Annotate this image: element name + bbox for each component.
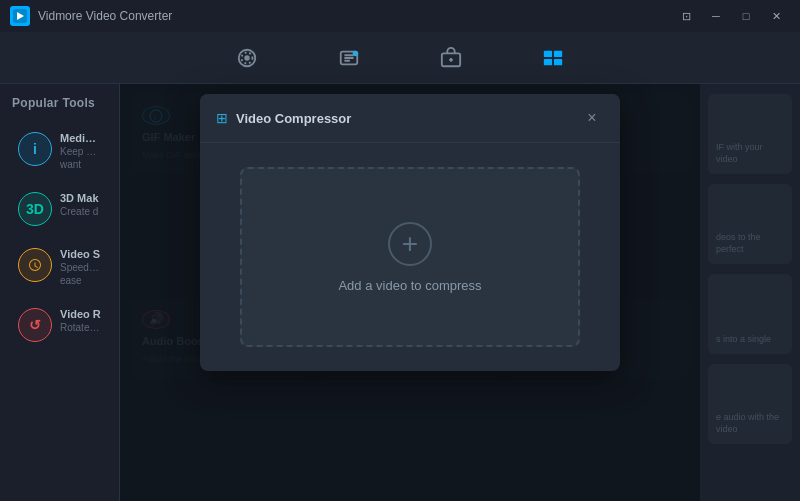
video-compressor-modal: ⊞ Video Compressor × + Add a video to co… (200, 94, 620, 371)
right-card-2: deos to the perfect (708, 184, 792, 264)
media-metadata-icon: i (18, 132, 52, 166)
close-button[interactable]: ✕ (762, 5, 790, 27)
window-controls: ⊡ ─ □ ✕ (672, 5, 790, 27)
drop-text: Add a video to compress (338, 278, 481, 293)
tab-toolbox2[interactable] (532, 41, 574, 75)
svg-rect-10 (544, 50, 552, 56)
sidebar-item-3d-maker[interactable]: 3D 3D Mak Create d (6, 182, 113, 236)
svg-rect-13 (554, 58, 562, 64)
sidebar: Popular Tools i Media M Keep on... want … (0, 84, 120, 501)
right-card-4: e audio with the video (708, 364, 792, 444)
titlebar: Vidmore Video Converter ⊡ ─ □ ✕ (0, 0, 800, 32)
sidebar-item-video-rotator[interactable]: ↺ Video R Rotate and flip the video as y… (6, 298, 113, 352)
modal-overlay: ⊞ Video Compressor × + Add a video to co… (120, 84, 700, 501)
modal-title: Video Compressor (236, 111, 351, 126)
video-rotator-name: Video R (60, 308, 101, 320)
compressor-icon: ⊞ (216, 110, 228, 126)
3d-maker-desc: Create d (60, 206, 101, 217)
maximize-button[interactable]: □ (732, 5, 760, 27)
video-rotator-icon: ↺ (18, 308, 52, 342)
tab-toolbox[interactable] (430, 41, 472, 75)
media-metadata-desc2: want (60, 159, 101, 170)
right-panel: IF with your video deos to the perfect s… (700, 84, 800, 501)
right-card-3-text: s into a single (716, 333, 771, 346)
media-metadata-desc: Keep on... (60, 146, 101, 157)
drop-plus-icon: + (388, 222, 432, 266)
media-metadata-name: Media M (60, 132, 101, 144)
minimize-button[interactable]: ─ (702, 5, 730, 27)
main-layout: Popular Tools i Media M Keep on... want … (0, 84, 800, 501)
modal-close-button[interactable]: × (580, 106, 604, 130)
right-card-2-text: deos to the perfect (716, 231, 784, 256)
tab-convert[interactable] (226, 41, 268, 75)
right-card-4-text: e audio with the video (716, 411, 784, 436)
app-title: Vidmore Video Converter (38, 9, 672, 23)
svg-point-3 (244, 55, 250, 61)
message-button[interactable]: ⊡ (672, 5, 700, 27)
right-card-1-text: IF with your video (716, 141, 784, 166)
drop-area[interactable]: + Add a video to compress (240, 167, 580, 347)
3d-maker-name: 3D Mak (60, 192, 101, 204)
tab-enhance[interactable] (328, 41, 370, 75)
modal-header-left: ⊞ Video Compressor (216, 110, 351, 126)
video-speed-desc: Speed u... (60, 262, 101, 273)
modal-header: ⊞ Video Compressor × (200, 94, 620, 143)
svg-rect-12 (544, 58, 552, 64)
sidebar-title: Popular Tools (0, 96, 119, 120)
3d-maker-icon: 3D (18, 192, 52, 226)
right-card-3: s into a single (708, 274, 792, 354)
video-speed-name: Video S (60, 248, 101, 260)
nav-tabs (0, 32, 800, 84)
right-card-1: IF with your video (708, 94, 792, 174)
content-area: i GIF Maker Make GIF with your video ▷ V… (120, 84, 700, 501)
video-speed-desc2: ease (60, 275, 101, 286)
sidebar-item-video-speed[interactable]: Video S Speed u... ease (6, 238, 113, 296)
svg-point-6 (353, 50, 359, 56)
app-logo (10, 6, 30, 26)
sidebar-item-media-metadata[interactable]: i Media M Keep on... want (6, 122, 113, 180)
svg-rect-11 (554, 50, 562, 56)
video-rotator-desc: Rotate and flip the video as you like (60, 322, 101, 333)
video-speed-icon (18, 248, 52, 282)
